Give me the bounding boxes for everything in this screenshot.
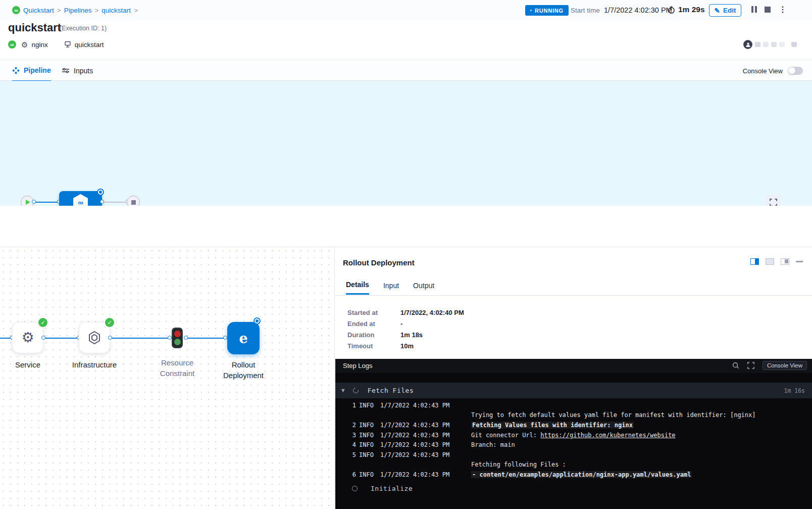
log-section-initialize[interactable]: Initialize xyxy=(335,481,812,496)
environment-icon xyxy=(64,41,71,48)
detail-label: Started at xyxy=(347,309,400,316)
log-section-fetch-files[interactable]: ▼ Fetch Files 1m 16s xyxy=(335,383,812,398)
log-num: 1 xyxy=(349,402,356,409)
log-lvl: INFO xyxy=(359,441,377,448)
log-msg: Fetching Values files with identifier: n… xyxy=(471,422,634,429)
tab-details[interactable]: Details xyxy=(346,281,369,295)
user-avatar[interactable] xyxy=(743,40,752,49)
log-line: Trying to fetch default values yaml file… xyxy=(335,410,812,421)
log-lvl: INFO xyxy=(359,402,377,409)
service-name: nginx xyxy=(31,41,47,49)
search-icon[interactable] xyxy=(732,362,739,369)
status-label: RUNNING xyxy=(535,8,564,14)
minimize-panel-button[interactable] xyxy=(796,261,803,262)
status-badge: RUNNING xyxy=(525,5,569,16)
play-icon xyxy=(26,200,30,205)
placeholder-chip xyxy=(791,42,797,47)
step-details-grid: Started at1/7/2022, 4:02:40 PMEnded at-D… xyxy=(347,309,464,350)
more-options-button[interactable]: ⋮ xyxy=(779,5,787,14)
tab-inputs[interactable]: Inputs xyxy=(62,60,93,81)
log-line: 1INFO1/7/2022 4:02:43 PM xyxy=(335,400,812,410)
step-logs-area[interactable]: ▼ Fetch Files 1m 16s 1INFO1/7/2022 4:02:… xyxy=(335,373,812,509)
edge-stage-end xyxy=(102,202,127,203)
breadcrumb-separator: > xyxy=(94,7,98,14)
section-name: Initialize xyxy=(371,485,413,492)
step-node-infrastructure[interactable] xyxy=(79,322,110,353)
step-label: Rollout Deployment xyxy=(216,359,271,381)
console-view-label: Console View xyxy=(743,67,783,75)
step-logs-controls: Console View xyxy=(732,361,807,370)
console-view-toggle[interactable] xyxy=(788,67,803,75)
tab-pipeline[interactable]: Pipeline xyxy=(12,60,51,81)
detail-label: Duration xyxy=(347,331,400,339)
log-line: 6INFO1/7/2022 4:02:43 PM- content/en/exa… xyxy=(335,470,812,480)
stop-button[interactable] xyxy=(765,7,771,13)
environment-chip[interactable]: quickstart xyxy=(64,41,104,49)
pipeline-icon xyxy=(12,67,20,74)
chevron-down-icon[interactable]: ▼ xyxy=(341,387,345,394)
placeholder-chip xyxy=(755,42,760,47)
layout-bottom-icon[interactable] xyxy=(766,258,774,265)
detail-value: - xyxy=(400,320,464,328)
step-node-service[interactable]: ⚙ xyxy=(12,322,43,353)
logs-console-view-button[interactable]: Console View xyxy=(763,361,807,370)
step-logs-bar: Step Logs Console View xyxy=(335,359,812,373)
detail-value: 1/7/2022, 4:02:40 PM xyxy=(400,309,464,316)
breadcrumb-link[interactable]: Quickstart xyxy=(23,7,54,14)
step-node-rollout-deployment[interactable]: e xyxy=(227,322,260,354)
breadcrumb-link[interactable]: quickstart xyxy=(102,7,131,14)
step-logs-title: Step Logs xyxy=(343,362,373,369)
service-chip[interactable]: ⚙ nginx xyxy=(21,41,48,49)
detail-value: 1m 18s xyxy=(400,331,464,339)
section-duration: 1m 16s xyxy=(784,387,805,394)
tab-input[interactable]: Input xyxy=(383,282,399,294)
step-label: Service xyxy=(6,359,49,370)
environment-name: quickstart xyxy=(75,41,104,49)
log-line: 4INFO1/7/2022 4:02:43 PMBranch: main xyxy=(335,440,812,450)
success-check-icon: ✓ xyxy=(105,318,114,327)
section-pending-icon xyxy=(352,486,358,491)
harness-logo-icon: ∞ xyxy=(12,6,20,14)
expand-logs-icon[interactable] xyxy=(747,362,754,369)
log-lvl: INFO xyxy=(359,471,377,478)
fullscreen-icon xyxy=(770,199,777,206)
breadcrumb-link[interactable]: Pipelines xyxy=(64,7,92,14)
edge-port xyxy=(168,336,172,340)
log-link[interactable]: https://github.com/kubernetes/website xyxy=(540,432,675,439)
tab-pipeline-label: Pipeline xyxy=(24,66,51,74)
resource-constraint-icon[interactable] xyxy=(172,328,183,348)
layout-right-split-icon[interactable] xyxy=(750,258,759,265)
log-tm: 1/7/2022 4:02:43 PM xyxy=(380,432,471,439)
layout-side-icon[interactable] xyxy=(781,258,789,265)
log-lvl: INFO xyxy=(359,432,377,439)
placeholder-chip xyxy=(771,42,777,47)
step-label: Resource Constraint xyxy=(149,357,205,379)
success-check-icon: ✓ xyxy=(38,318,47,327)
edge-start-stage xyxy=(34,202,59,203)
edge xyxy=(186,338,225,339)
tab-output[interactable]: Output xyxy=(413,282,434,294)
execution-graph[interactable]: ⚙ ✓ Service ✓ Infrastructure Resource Co… xyxy=(0,247,335,509)
log-lines: 1INFO1/7/2022 4:02:43 PMTrying to fetch … xyxy=(335,400,812,480)
start-time-value: 1/7/2022 4:02:30 PM xyxy=(604,6,672,14)
pause-button[interactable] xyxy=(751,6,757,13)
placeholder-chip xyxy=(779,42,785,47)
log-tm: 1/7/2022 4:02:43 PM xyxy=(380,471,471,478)
running-spinner-icon xyxy=(255,318,260,323)
pipeline-execution-page: ∞ Quickstart>Pipelines>quickstart> RUNNI… xyxy=(0,0,812,509)
edge-port xyxy=(32,200,36,204)
edit-button[interactable]: ✎ Edit xyxy=(709,4,741,17)
section-name: Fetch Files xyxy=(368,387,414,394)
console-view-control: Console View xyxy=(743,60,803,81)
pipeline-canvas[interactable]: ∞ demo + − xyxy=(0,81,812,206)
section-spinner-icon xyxy=(351,387,359,394)
edge xyxy=(110,338,170,339)
infrastructure-step-icon xyxy=(87,330,102,345)
panel-layout-controls xyxy=(750,258,803,265)
stage-running-spinner-icon xyxy=(98,190,103,195)
step-panel-tabs: Details Input Output xyxy=(346,281,434,295)
status-dot-icon xyxy=(530,10,532,11)
log-tm: 1/7/2022 4:02:43 PM xyxy=(380,451,471,458)
log-msg: Fetching following Files : xyxy=(471,461,566,468)
harness-service-icon: ∞ xyxy=(8,40,16,49)
